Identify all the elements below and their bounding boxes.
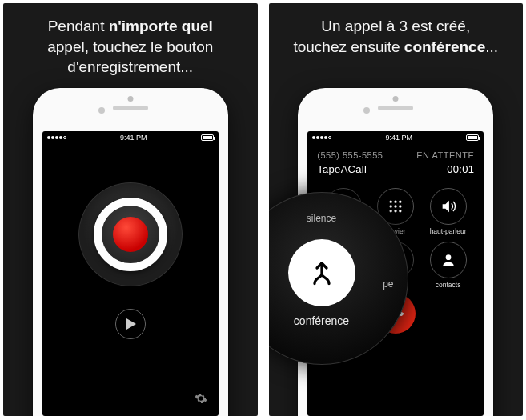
text: appel, touchez le bouton [47, 38, 213, 55]
status-time: 9:41 PM [385, 134, 412, 142]
call-row-hold: (555) 555-5555 EN ATTENTE [317, 149, 474, 162]
phone-earpiece [113, 106, 148, 110]
zoom-silence-label: silence [307, 213, 336, 224]
keypad-icon [387, 198, 404, 214]
app-screen-record: 9:41 PM [42, 131, 219, 416]
record-button[interactable] [78, 182, 183, 286]
phone-sensor [363, 107, 370, 114]
record-core-icon [113, 217, 148, 252]
bold-text: conférence [404, 38, 485, 55]
contacts-button[interactable]: contacts [425, 242, 471, 289]
zoom-conference-label: conférence [294, 314, 349, 327]
svg-point-2 [395, 201, 397, 203]
svg-point-1 [390, 201, 392, 203]
merge-icon [307, 258, 336, 287]
play-icon [126, 318, 136, 330]
label: contacts [436, 281, 461, 289]
svg-point-3 [399, 201, 401, 203]
battery-icon [466, 134, 479, 141]
battery-icon [201, 134, 214, 141]
svg-point-6 [399, 205, 401, 207]
call-status: EN ATTENTE [416, 150, 474, 160]
contacts-icon [440, 252, 456, 268]
settings-button[interactable] [195, 392, 207, 408]
speaker-button[interactable]: haut-parleur [425, 188, 471, 235]
text: touchez ensuite [293, 38, 404, 55]
svg-point-8 [395, 210, 397, 212]
status-right [466, 134, 479, 141]
status-bar: 9:41 PM [307, 131, 484, 144]
svg-point-10 [445, 254, 451, 260]
phone-camera [393, 96, 399, 102]
svg-point-5 [395, 205, 397, 207]
promo-panel-right: Un appel à 3 est créé, touchez ensuite c… [269, 3, 524, 416]
phone-earpiece [378, 106, 413, 110]
signal-dots-icon [47, 136, 66, 139]
text: ... [485, 38, 498, 55]
status-right [201, 134, 214, 141]
svg-point-9 [399, 210, 401, 212]
svg-point-4 [390, 205, 392, 207]
call-name: TapeACall [317, 163, 367, 175]
gear-icon [195, 392, 207, 405]
call-row-active: TapeACall 00:01 [317, 162, 474, 177]
zoom-conference-button[interactable] [288, 239, 355, 306]
headline-left: Pendant n'importe quel appel, touchez le… [3, 3, 258, 86]
zoom-pe-label: pe [383, 278, 393, 290]
play-button[interactable] [115, 309, 146, 339]
record-area [42, 144, 219, 416]
label: haut-parleur [430, 227, 467, 235]
text: Pendant [48, 18, 109, 34]
headline-right: Un appel à 3 est créé, touchez ensuite c… [269, 3, 524, 65]
call-number: (555) 555-5555 [317, 150, 383, 160]
bold-text: n'importe quel [109, 18, 213, 34]
call-duration: 00:01 [447, 163, 474, 175]
status-bar: 9:41 PM [42, 131, 219, 144]
svg-point-7 [390, 210, 392, 212]
speaker-icon [440, 198, 457, 215]
text: Un appel à 3 est créé, [321, 18, 470, 34]
promo-panel-left: Pendant n'importe quel appel, touchez le… [3, 3, 258, 416]
signal-dots-icon [312, 136, 331, 139]
phone-camera [127, 96, 133, 102]
call-info: (555) 555-5555 EN ATTENTE TapeACall 00:0… [307, 144, 484, 177]
status-time: 9:41 PM [120, 134, 147, 142]
record-ring [94, 198, 167, 271]
phone-frame: 9:41 PM [33, 88, 228, 416]
text: d'enregistrement... [67, 58, 193, 75]
phone-sensor [98, 107, 105, 114]
